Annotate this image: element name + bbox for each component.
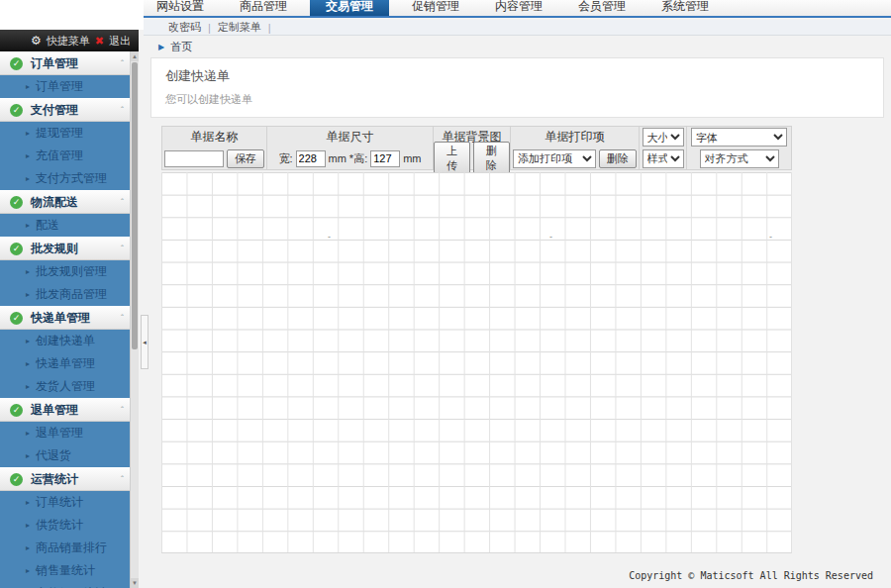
sidebar-group-express-order-management[interactable]: ✓ 快递单管理 ˆ: [0, 306, 130, 330]
quick-menu-link[interactable]: 快捷菜单: [47, 34, 90, 49]
sidebar-item-payment-method-management[interactable]: ▸支付方式管理: [0, 167, 130, 190]
design-grid-canvas[interactable]: - - -: [161, 172, 792, 553]
triangle-right-icon: ▶: [158, 43, 164, 51]
item-label: 支付方式管理: [36, 170, 107, 187]
delete-print-item-button[interactable]: 删除: [599, 149, 637, 168]
tab-system-management[interactable]: 系统管理: [648, 0, 722, 16]
chevron-down-icon: ˆ: [121, 405, 124, 415]
sidebar-group-operation-statistics[interactable]: ✓ 运营统计 ˆ: [0, 467, 130, 491]
sidebar-item-order-management[interactable]: ▸订单管理: [0, 75, 130, 98]
sidebar-item-delivery[interactable]: ▸配送: [0, 214, 130, 237]
group-label: 支付管理: [31, 102, 121, 119]
font-size-select[interactable]: 大小: [643, 128, 684, 147]
form-col-size: 单据尺寸 宽: mm *高: mm: [267, 127, 434, 169]
save-button[interactable]: 保存: [227, 149, 264, 168]
sidebar-menu: ✓ 订单管理 ˆ ▸订单管理 ✓ 支付管理 ˆ ▸提现管理 ▸充值管理 ▸支付方…: [0, 51, 130, 588]
chevron-down-icon: ˆ: [121, 58, 124, 68]
check-circle-icon: ✓: [10, 57, 23, 70]
scroll-down-icon[interactable]: ▼: [131, 578, 139, 588]
change-password-link[interactable]: 改密码: [168, 20, 201, 35]
arrow-right-icon: ▸: [26, 174, 30, 183]
tab-promotion-management[interactable]: 促销管理: [399, 0, 472, 16]
arrow-right-icon: ▸: [26, 359, 30, 368]
sidebar-item-return-goods-agent[interactable]: ▸代退货: [0, 444, 130, 467]
sidebar-collapse-handle[interactable]: ◄: [141, 315, 148, 369]
arrow-right-icon: ▸: [26, 382, 30, 391]
add-print-item-select[interactable]: 添加打印项: [513, 149, 596, 168]
tab-product-management[interactable]: 商品管理: [227, 0, 300, 16]
arrow-right-icon: ▸: [26, 129, 30, 138]
tab-site-settings[interactable]: 网站设置: [144, 0, 217, 16]
sidebar-item-wholesale-product-management[interactable]: ▸批发商品管理: [0, 283, 130, 306]
header-left-spacer: [0, 0, 144, 30]
close-icon[interactable]: ✖: [95, 35, 104, 48]
sidebar-item-shipper-management[interactable]: ▸发货人管理: [0, 375, 130, 398]
logout-link[interactable]: 退出: [109, 34, 131, 49]
sidebar-item-supply-statistics[interactable]: ▸供货统计: [0, 514, 130, 537]
width-label: 宽:: [278, 151, 292, 166]
sidebar-item-express-order-management[interactable]: ▸快递单管理: [0, 352, 130, 375]
group-label: 物流配送: [31, 194, 121, 211]
sidebar-group-payment-management[interactable]: ✓ 支付管理 ˆ: [0, 98, 130, 122]
page-title: 创建快递单: [165, 67, 869, 85]
sidebar-item-wholesale-rule-management[interactable]: ▸批发规则管理: [0, 260, 130, 283]
sidebar-item-create-express-order[interactable]: ▸创建快递单: [0, 330, 130, 352]
sidebar-item-product-sales-volume-ranking[interactable]: ▸商品销量排行: [0, 537, 130, 559]
scroll-up-icon[interactable]: ▲: [131, 51, 139, 61]
arrow-right-icon: ▸: [26, 290, 30, 299]
check-circle-icon: ✓: [10, 243, 23, 255]
page-header-panel: 创建快递单 您可以创建快递单: [150, 57, 884, 118]
sidebar-item-recharge-management[interactable]: ▸充值管理: [0, 145, 130, 167]
sidebar-item-order-statistics[interactable]: ▸订单统计: [0, 491, 130, 514]
check-circle-icon: ✓: [10, 196, 23, 209]
arrow-right-icon: ▸: [26, 543, 30, 552]
sidebar-item-sales-statistics[interactable]: ▸销售量统计: [0, 559, 130, 582]
group-label: 运营统计: [31, 471, 121, 488]
check-circle-icon: ✓: [10, 104, 23, 117]
custom-menu-link[interactable]: 定制菜单: [218, 20, 261, 35]
doc-name-input[interactable]: [164, 150, 224, 167]
height-input[interactable]: [370, 150, 400, 167]
height-label: *高:: [349, 151, 367, 166]
sidebar-group-wholesale-rules[interactable]: ✓ 批发规则 ˆ: [0, 237, 130, 260]
arrow-right-icon: ▸: [26, 498, 30, 507]
page-subtitle: 您可以创建快递单: [165, 92, 869, 107]
express-form: 单据名称 保存 单据尺寸 宽: mm *高: mm 单据背景图 上传 删除: [161, 126, 792, 170]
item-label: 供货统计: [36, 517, 83, 534]
secondary-toolbar: 改密码 | 定制菜单 |: [144, 20, 891, 36]
group-label: 批发规则: [31, 241, 121, 257]
align-select[interactable]: 对齐方式: [700, 149, 779, 168]
group-label: 快递单管理: [31, 310, 121, 327]
tab-content-management[interactable]: 内容管理: [482, 0, 555, 16]
sidebar-group-return-management[interactable]: ✓ 退单管理 ˆ: [0, 398, 130, 422]
item-label: 批发规则管理: [36, 263, 107, 280]
sidebar-item-withdraw-management[interactable]: ▸提现管理: [0, 122, 130, 145]
arrow-right-icon: ▸: [26, 451, 30, 460]
tab-trade-management[interactable]: 交易管理: [310, 0, 389, 16]
arrow-right-icon: ▸: [26, 521, 30, 530]
grid-mark: -: [328, 232, 331, 242]
sidebar-item-recharge-withdraw-statistics[interactable]: ▸充值提现统计: [0, 582, 130, 588]
form-col-background: 单据背景图 上传 删除: [434, 127, 511, 169]
delete-bg-button[interactable]: 删除: [473, 142, 510, 175]
sidebar-scrollbar[interactable]: ▲ ▼: [130, 51, 139, 588]
main-content: ▶ 首页 创建快递单 您可以创建快递单 单据名称 保存 单据尺寸 宽: mm *…: [148, 37, 891, 588]
chevron-down-icon: ˆ: [121, 197, 124, 207]
main-nav: 网站设置 商品管理 交易管理 促销管理 内容管理 会员管理 系统管理: [144, 0, 891, 18]
width-unit: mm: [329, 152, 346, 164]
breadcrumb-home[interactable]: 首页: [170, 40, 192, 54]
upload-button[interactable]: 上传: [434, 142, 470, 175]
sidebar-group-order-management[interactable]: ✓ 订单管理 ˆ: [0, 51, 130, 75]
item-label: 退单管理: [36, 425, 83, 441]
scrollbar-thumb[interactable]: [132, 62, 138, 349]
font-family-select[interactable]: 字体: [691, 128, 787, 147]
item-label: 创建快递单: [36, 333, 95, 349]
sidebar-group-logistics-delivery[interactable]: ✓ 物流配送 ˆ: [0, 190, 130, 214]
sidebar-item-return-management[interactable]: ▸退单管理: [0, 422, 130, 444]
tab-member-management[interactable]: 会员管理: [565, 0, 639, 16]
arrow-right-icon: ▸: [26, 82, 30, 91]
doc-name-label: 单据名称: [162, 127, 266, 147]
font-style-select[interactable]: 样式: [643, 149, 684, 168]
width-input[interactable]: [296, 150, 326, 167]
gear-icon[interactable]: ⚙: [31, 34, 42, 48]
